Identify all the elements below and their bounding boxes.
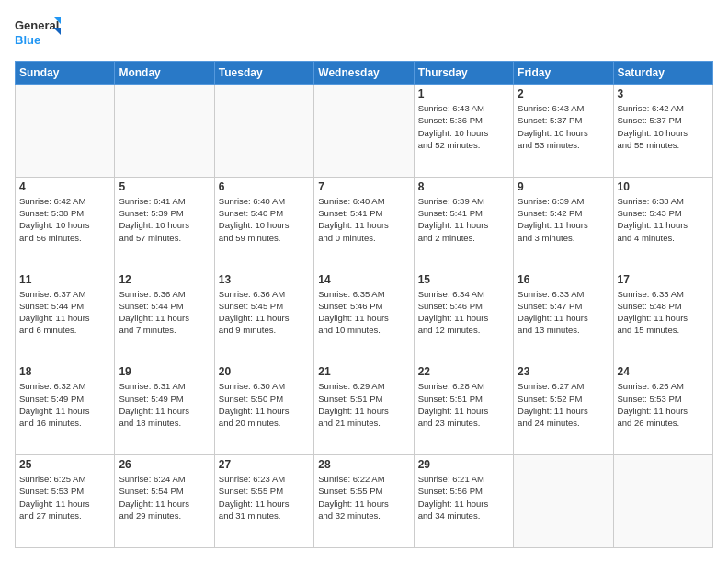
calendar-week-row: 4Sunrise: 6:42 AMSunset: 5:38 PMDaylight… — [16, 177, 713, 270]
day-info: Sunrise: 6:36 AMSunset: 5:44 PMDaylight:… — [119, 288, 210, 337]
day-info: Sunrise: 6:40 AMSunset: 5:41 PMDaylight:… — [318, 195, 409, 244]
calendar-cell — [613, 455, 712, 548]
day-info: Sunrise: 6:43 AMSunset: 5:36 PMDaylight:… — [418, 102, 509, 151]
calendar-header-row: SundayMondayTuesdayWednesdayThursdayFrid… — [16, 62, 713, 85]
day-number: 8 — [418, 180, 509, 193]
calendar-cell: 18Sunrise: 6:32 AMSunset: 5:49 PMDayligh… — [16, 362, 115, 455]
day-info: Sunrise: 6:30 AMSunset: 5:50 PMDaylight:… — [219, 380, 310, 429]
weekday-header: Saturday — [613, 62, 712, 85]
page: General Blue SundayMondayTuesdayWednesda… — [0, 0, 728, 563]
day-info: Sunrise: 6:39 AMSunset: 5:41 PMDaylight:… — [418, 195, 509, 244]
calendar-cell: 6Sunrise: 6:40 AMSunset: 5:40 PMDaylight… — [214, 177, 313, 270]
day-number: 10 — [618, 180, 709, 193]
day-info: Sunrise: 6:36 AMSunset: 5:45 PMDaylight:… — [219, 288, 310, 337]
calendar-week-row: 18Sunrise: 6:32 AMSunset: 5:49 PMDayligh… — [16, 362, 713, 455]
day-number: 14 — [318, 273, 409, 286]
header: General Blue — [15, 15, 713, 52]
day-number: 22 — [418, 365, 509, 378]
calendar-week-row: 1Sunrise: 6:43 AMSunset: 5:36 PMDaylight… — [16, 85, 713, 178]
calendar-cell: 25Sunrise: 6:25 AMSunset: 5:53 PMDayligh… — [16, 455, 115, 548]
calendar-cell: 20Sunrise: 6:30 AMSunset: 5:50 PMDayligh… — [214, 362, 313, 455]
day-number: 24 — [618, 365, 709, 378]
day-info: Sunrise: 6:21 AMSunset: 5:56 PMDaylight:… — [418, 473, 509, 522]
day-info: Sunrise: 6:41 AMSunset: 5:39 PMDaylight:… — [119, 195, 210, 244]
day-number: 3 — [618, 87, 709, 100]
day-number: 27 — [219, 458, 310, 471]
day-number: 17 — [618, 273, 709, 286]
svg-text:Blue: Blue — [15, 33, 40, 47]
day-info: Sunrise: 6:39 AMSunset: 5:42 PMDaylight:… — [518, 195, 609, 244]
day-info: Sunrise: 6:28 AMSunset: 5:51 PMDaylight:… — [418, 380, 509, 429]
logo: General Blue — [15, 15, 61, 52]
day-info: Sunrise: 6:35 AMSunset: 5:46 PMDaylight:… — [318, 288, 409, 337]
calendar-cell — [214, 85, 313, 178]
day-info: Sunrise: 6:25 AMSunset: 5:53 PMDaylight:… — [19, 473, 110, 522]
weekday-header: Thursday — [414, 62, 513, 85]
calendar-cell: 21Sunrise: 6:29 AMSunset: 5:51 PMDayligh… — [314, 362, 414, 455]
weekday-header: Friday — [514, 62, 613, 85]
calendar-cell — [314, 85, 414, 178]
day-info: Sunrise: 6:32 AMSunset: 5:49 PMDaylight:… — [19, 380, 110, 429]
calendar-cell: 19Sunrise: 6:31 AMSunset: 5:49 PMDayligh… — [115, 362, 214, 455]
calendar-cell: 26Sunrise: 6:24 AMSunset: 5:54 PMDayligh… — [115, 455, 214, 548]
day-info: Sunrise: 6:43 AMSunset: 5:37 PMDaylight:… — [518, 102, 609, 151]
weekday-header: Sunday — [16, 62, 115, 85]
day-info: Sunrise: 6:22 AMSunset: 5:55 PMDaylight:… — [318, 473, 409, 522]
day-info: Sunrise: 6:29 AMSunset: 5:51 PMDaylight:… — [318, 380, 409, 429]
calendar-cell: 27Sunrise: 6:23 AMSunset: 5:55 PMDayligh… — [214, 455, 313, 548]
calendar-cell: 8Sunrise: 6:39 AMSunset: 5:41 PMDaylight… — [414, 177, 513, 270]
calendar-cell: 13Sunrise: 6:36 AMSunset: 5:45 PMDayligh… — [214, 270, 313, 362]
calendar-cell: 5Sunrise: 6:41 AMSunset: 5:39 PMDaylight… — [115, 177, 214, 270]
day-info: Sunrise: 6:27 AMSunset: 5:52 PMDaylight:… — [518, 380, 609, 429]
calendar-cell: 9Sunrise: 6:39 AMSunset: 5:42 PMDaylight… — [514, 177, 613, 270]
day-number: 9 — [518, 180, 609, 193]
calendar-cell: 3Sunrise: 6:42 AMSunset: 5:37 PMDaylight… — [613, 85, 712, 178]
day-number: 4 — [19, 180, 110, 193]
day-info: Sunrise: 6:26 AMSunset: 5:53 PMDaylight:… — [618, 380, 709, 429]
calendar-cell: 16Sunrise: 6:33 AMSunset: 5:47 PMDayligh… — [514, 270, 613, 362]
day-number: 15 — [418, 273, 509, 286]
day-info: Sunrise: 6:24 AMSunset: 5:54 PMDaylight:… — [119, 473, 210, 522]
day-info: Sunrise: 6:42 AMSunset: 5:38 PMDaylight:… — [19, 195, 110, 244]
calendar-cell — [115, 85, 214, 178]
day-number: 29 — [418, 458, 509, 471]
day-info: Sunrise: 6:23 AMSunset: 5:55 PMDaylight:… — [219, 473, 310, 522]
day-number: 5 — [119, 180, 210, 193]
calendar-cell: 15Sunrise: 6:34 AMSunset: 5:46 PMDayligh… — [414, 270, 513, 362]
day-info: Sunrise: 6:33 AMSunset: 5:47 PMDaylight:… — [518, 288, 609, 337]
day-number: 18 — [19, 365, 110, 378]
calendar-cell: 28Sunrise: 6:22 AMSunset: 5:55 PMDayligh… — [314, 455, 414, 548]
calendar-cell: 1Sunrise: 6:43 AMSunset: 5:36 PMDaylight… — [414, 85, 513, 178]
weekday-header: Monday — [115, 62, 214, 85]
day-number: 19 — [119, 365, 210, 378]
calendar-cell — [514, 455, 613, 548]
calendar-cell: 7Sunrise: 6:40 AMSunset: 5:41 PMDaylight… — [314, 177, 414, 270]
day-number: 16 — [518, 273, 609, 286]
day-info: Sunrise: 6:40 AMSunset: 5:40 PMDaylight:… — [219, 195, 310, 244]
calendar-cell: 29Sunrise: 6:21 AMSunset: 5:56 PMDayligh… — [414, 455, 513, 548]
calendar-cell: 23Sunrise: 6:27 AMSunset: 5:52 PMDayligh… — [514, 362, 613, 455]
day-number: 7 — [318, 180, 409, 193]
calendar-cell: 22Sunrise: 6:28 AMSunset: 5:51 PMDayligh… — [414, 362, 513, 455]
day-number: 2 — [518, 87, 609, 100]
calendar-cell: 14Sunrise: 6:35 AMSunset: 5:46 PMDayligh… — [314, 270, 414, 362]
day-number: 25 — [19, 458, 110, 471]
calendar-week-row: 25Sunrise: 6:25 AMSunset: 5:53 PMDayligh… — [16, 455, 713, 548]
day-number: 12 — [119, 273, 210, 286]
calendar-cell: 2Sunrise: 6:43 AMSunset: 5:37 PMDaylight… — [514, 85, 613, 178]
calendar-cell: 12Sunrise: 6:36 AMSunset: 5:44 PMDayligh… — [115, 270, 214, 362]
day-number: 23 — [518, 365, 609, 378]
day-number: 21 — [318, 365, 409, 378]
day-info: Sunrise: 6:33 AMSunset: 5:48 PMDaylight:… — [618, 288, 709, 337]
calendar-cell: 11Sunrise: 6:37 AMSunset: 5:44 PMDayligh… — [16, 270, 115, 362]
day-info: Sunrise: 6:38 AMSunset: 5:43 PMDaylight:… — [618, 195, 709, 244]
day-number: 13 — [219, 273, 310, 286]
day-info: Sunrise: 6:31 AMSunset: 5:49 PMDaylight:… — [119, 380, 210, 429]
day-number: 6 — [219, 180, 310, 193]
logo-svg: General Blue — [15, 15, 61, 52]
calendar-table: SundayMondayTuesdayWednesdayThursdayFrid… — [15, 61, 713, 548]
day-number: 20 — [219, 365, 310, 378]
day-info: Sunrise: 6:42 AMSunset: 5:37 PMDaylight:… — [618, 102, 709, 151]
calendar-cell: 4Sunrise: 6:42 AMSunset: 5:38 PMDaylight… — [16, 177, 115, 270]
day-number: 1 — [418, 87, 509, 100]
